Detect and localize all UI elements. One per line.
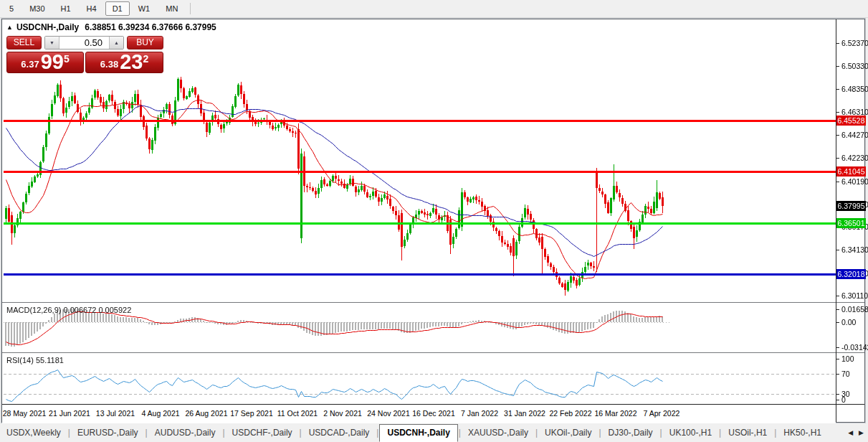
axis-tick-mark — [836, 309, 839, 310]
sell-price-prefix: 6.37 — [21, 59, 39, 70]
axis-tick-mark — [836, 400, 839, 400]
axis-tick-mark — [836, 89, 839, 90]
macd-signal-value: 0.005922 — [98, 306, 131, 314]
level-price-tag: 6.45528 — [836, 116, 866, 126]
macd-tick-label: -0.031421 — [841, 343, 868, 352]
sell-button[interactable]: SELL — [6, 36, 42, 50]
rsi-tick-label: 70 — [841, 370, 850, 378]
rsi-value: 55.1181 — [36, 356, 64, 365]
pane-separator-macd[interactable] — [2, 302, 864, 304]
time-axis[interactable]: 28 May 202121 Jun 202113 Jul 20214 Aug 2… — [2, 405, 836, 423]
chart-tab-bar: USDX,Weekly|EURUSD-,Daily|AUDUSD-,Daily|… — [0, 423, 868, 442]
rsi-indicator-canvas[interactable] — [4, 354, 836, 404]
timeframe-button-5[interactable]: 5 — [2, 1, 21, 16]
volume-input[interactable] — [59, 37, 109, 49]
chart-title: ▲ USDCNH-,Daily 6.38851 6.39234 6.37666 … — [6, 22, 216, 32]
chart-tab-usdcad-daily[interactable]: USDCAD-,Daily — [302, 424, 376, 441]
axis-tick-mark — [836, 182, 839, 182]
rsi-label: RSI(14) 55.1181 — [6, 356, 64, 365]
current-price-tag: 6.37995 — [836, 201, 866, 211]
timeframe-button-M30[interactable]: M30 — [22, 1, 52, 16]
date-tick-label: 4 Aug 2021 — [135, 409, 186, 418]
tab-scroll-left-icon[interactable]: ◀ — [848, 429, 853, 436]
timeframe-button-W1[interactable]: W1 — [131, 1, 158, 16]
date-tick-label: 11 Oct 2021 — [272, 409, 323, 418]
terminal-window: 5M30H1H4D1W1MN ▲ USDCNH-,Daily 6.38851 6… — [0, 0, 868, 442]
axis-tick-mark — [836, 112, 839, 113]
date-tick-label: 22 Feb 2022 — [545, 409, 596, 418]
sell-price-big: 99 — [41, 53, 64, 71]
axis-tick-mark — [836, 359, 839, 359]
timeframe-button-H4[interactable]: H4 — [80, 1, 104, 16]
tab-scroll-right-icon[interactable]: ▶ — [859, 429, 864, 436]
rsi-tick-label: 0 — [841, 395, 846, 404]
one-click-collapse-icon[interactable]: ▲ — [6, 24, 13, 31]
chart-symbol-label: USDCNH-,Daily — [16, 22, 79, 32]
date-tick-label: 21 Jun 2021 — [44, 409, 95, 418]
axis-tick-mark — [836, 135, 839, 136]
chart-window: ▲ USDCNH-,Daily 6.38851 6.39234 6.37666 … — [1, 19, 865, 423]
sell-price-panel[interactable]: 6.37 99 5 — [6, 52, 84, 73]
macd-tick-label: 0.016586 — [841, 305, 868, 314]
volume-decrease-button[interactable]: ▼ — [45, 37, 59, 49]
timeframe-toolbar: 5M30H1H4D1W1MN — [0, 0, 868, 18]
date-tick-label: 17 Sep 2021 — [226, 409, 277, 418]
chart-ohlc-values: 6.38851 6.39234 6.37666 6.37995 — [85, 22, 216, 32]
price-tick-label: 6.34130 — [841, 245, 868, 254]
axis-tick-mark — [836, 296, 839, 296]
date-tick-label: 16 Mar 2022 — [591, 409, 641, 418]
price-axis[interactable]: 6.523706.503306.483506.463106.442706.422… — [836, 19, 866, 422]
chart-tab-hk50-h1[interactable]: HK50-,H1 — [777, 424, 828, 441]
chart-tab-usdx-weekly[interactable]: USDX,Weekly — [0, 424, 67, 441]
chart-tab-usoil-h1[interactable]: USOil-,H1 — [722, 424, 773, 441]
axis-tick-mark — [836, 66, 839, 67]
chart-tab-audusd-daily[interactable]: AUDUSD-,Daily — [148, 424, 222, 441]
toolbar-separator — [190, 3, 191, 14]
price-tick-label: 6.48350 — [841, 85, 868, 93]
chart-tab-usdcnh-daily[interactable]: USDCNH-,Daily — [379, 424, 457, 442]
price-tick-label: 6.40190 — [841, 177, 868, 186]
chart-tab-eurusd-daily[interactable]: EURUSD-,Daily — [71, 424, 145, 441]
axis-tick-mark — [836, 347, 839, 348]
sell-price-sup: 5 — [64, 53, 70, 65]
date-tick-label: 2 Nov 2021 — [318, 409, 368, 418]
date-tick-label: 16 Dec 2021 — [409, 409, 459, 418]
price-tick-label: 6.50330 — [841, 62, 868, 70]
date-tick-label: 13 Jul 2021 — [90, 409, 140, 418]
pane-separator-rsi[interactable] — [2, 352, 864, 354]
price-tick-label: 6.52370 — [841, 39, 868, 47]
axis-tick-mark — [836, 322, 839, 323]
buy-price-big: 23 — [120, 53, 143, 71]
axis-tick-mark — [836, 250, 839, 250]
buy-price-panel[interactable]: 6.38 23 2 — [85, 52, 163, 73]
date-tick-label: 24 Nov 2021 — [363, 409, 414, 418]
chart-tab-dj30-daily[interactable]: DJ30-,Daily — [602, 424, 659, 441]
level-price-tag: 6.32018 — [836, 269, 866, 279]
chart-tab-xauusd-daily[interactable]: XAUUSD-,Daily — [462, 424, 535, 441]
price-tick-label: 6.42230 — [841, 154, 868, 162]
date-tick-label: 7 Apr 2022 — [636, 409, 687, 418]
date-tick-label: 31 Jan 2022 — [500, 409, 550, 418]
macd-label: MACD(12,26,9) 0.006672 0.005922 — [6, 306, 131, 314]
volume-increase-button[interactable]: ▲ — [109, 37, 123, 49]
rsi-tick-label: 100 — [841, 354, 854, 363]
buy-button[interactable]: BUY — [127, 36, 163, 50]
chart-tab-usdchf-daily[interactable]: USDCHF-,Daily — [226, 424, 299, 441]
buy-price-sup: 2 — [143, 53, 148, 65]
axis-tick-mark — [836, 158, 839, 159]
chart-tab-ukoil-daily[interactable]: UKOil-,Daily — [538, 424, 598, 441]
timeframe-button-MN[interactable]: MN — [158, 1, 185, 16]
date-tick-label: 26 Aug 2021 — [181, 409, 232, 418]
macd-main-value: 0.006672 — [63, 306, 96, 314]
volume-spinner: ▼ ▲ — [44, 36, 124, 50]
date-tick-label: 7 Jan 2022 — [454, 409, 505, 418]
axis-tick-mark — [836, 394, 839, 395]
price-tick-label: 6.30110 — [841, 291, 868, 300]
chart-tab-uk100-h1[interactable]: UK100-,H1 — [663, 424, 718, 441]
price-tick-label: 6.44270 — [841, 131, 868, 139]
timeframe-button-H1[interactable]: H1 — [54, 1, 78, 16]
date-tick-label: 28 May 2021 — [0, 409, 49, 418]
level-price-tag: 6.36501 — [836, 218, 866, 228]
axis-tick-mark — [836, 374, 839, 375]
timeframe-button-D1[interactable]: D1 — [105, 1, 130, 16]
